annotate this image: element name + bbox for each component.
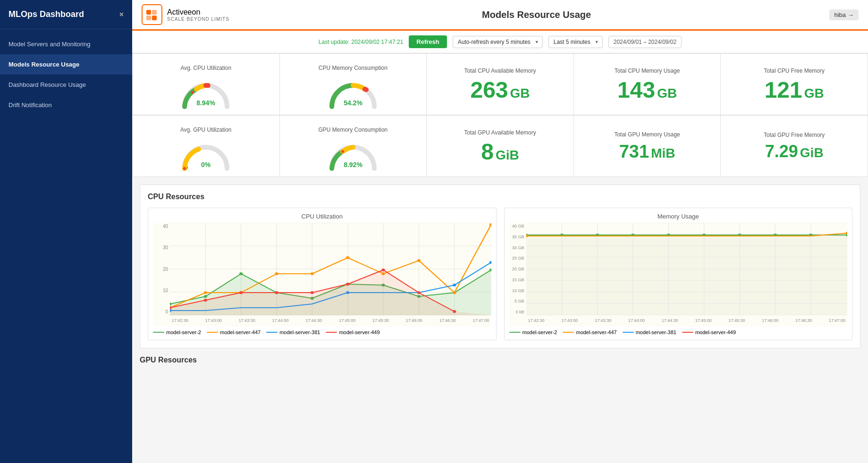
metric-total-cpu-avail-value: 263 GB: [470, 79, 530, 101]
metric-cpu-mem-label: CPU Memory Consumption: [319, 65, 388, 71]
gauge-avg-cpu: 8.94%: [180, 76, 232, 104]
metric-avg-cpu: Avg. CPU Utilization 8.94%: [133, 54, 280, 115]
metric-total-cpu-free-label: Total CPU Free Memory: [764, 67, 825, 74]
mem-x-axis: 17:42:3017:43:0017:43:3017:44:0017:44:30…: [526, 317, 848, 327]
refresh-button[interactable]: Refresh: [409, 35, 447, 48]
metrics-row-2: Avg. GPU Utilization 0% GPU Memory Consu…: [132, 115, 868, 177]
logo-area: Activeeon SCALE BEYOND LIMITS: [142, 4, 229, 25]
sidebar-item-model-servers[interactable]: Model Servers and Monitoring: [0, 34, 132, 54]
metric-total-gpu-usage-label: Total GPU Memory Usage: [614, 131, 680, 138]
svg-point-10: [341, 150, 344, 153]
legend-server-449: model-server-449: [326, 329, 379, 335]
gpu-section-title-preview: GPU Resources: [132, 356, 868, 369]
svg-text:54.2%: 54.2%: [344, 99, 362, 107]
svg-point-6: [363, 88, 366, 91]
metric-avg-cpu-label: Avg. CPU Utilization: [180, 65, 231, 71]
svg-point-55: [381, 269, 385, 271]
cpu-charts-row: CPU Utilization 403020100: [148, 208, 852, 340]
memory-legend: model-server-2 model-server-447 model-se…: [509, 329, 848, 335]
svg-point-38: [275, 272, 278, 275]
metric-total-cpu-usage-value: 143 GB: [617, 79, 677, 101]
memory-chart-title: Memory Usage: [509, 213, 848, 220]
cpu-y-axis: 403020100: [153, 223, 170, 315]
cpu-chart-plot: [170, 223, 491, 315]
svg-point-54: [346, 283, 349, 286]
sidebar-title-text: MLOps Dashboard: [8, 9, 84, 19]
metric-total-cpu-usage-label: Total CPU Memory Usage: [615, 67, 680, 74]
svg-point-36: [204, 291, 207, 294]
cpu-legend: model-server-2 model-server-447 model-se…: [153, 329, 491, 335]
metric-total-gpu-avail: Total GPU Available Memory 8 GiB: [427, 116, 574, 177]
svg-point-42: [417, 259, 421, 262]
svg-point-39: [311, 272, 314, 275]
svg-point-57: [453, 310, 456, 313]
page-title: Models Resource Usage: [244, 9, 830, 20]
last-update-time: 2024/09/02 17:47:21: [351, 39, 403, 45]
mem-legend-server-449: model-server-449: [682, 329, 736, 335]
gauge-gpu-mem: 8.92%: [327, 138, 379, 166]
logo-subtitle: SCALE BEYOND LIMITS: [167, 17, 229, 22]
metric-gpu-mem: GPU Memory Consumption 8.92%: [280, 116, 427, 177]
legend-server-381: model-server-381: [266, 329, 320, 335]
main-content: Activeeon SCALE BEYOND LIMITS Models Res…: [132, 0, 868, 463]
memory-usage-chart: Memory Usage 40 GB35 GB30 GB25 GB20 GB15…: [504, 208, 853, 340]
svg-rect-1: [152, 10, 157, 15]
mem-legend-server-447: model-server-447: [563, 329, 616, 335]
svg-point-51: [239, 291, 243, 294]
time-range-select[interactable]: Last 5 minutes: [548, 36, 603, 48]
svg-point-40: [346, 256, 349, 259]
svg-point-4: [191, 91, 194, 94]
auto-refresh-select[interactable]: Auto-refresh every 5 minutes: [453, 36, 543, 48]
legend-server-447: model-server-447: [207, 329, 261, 335]
metric-total-gpu-avail-value: 8 GiB: [481, 141, 519, 163]
user-name: hiba: [834, 11, 846, 18]
sidebar: MLOps Dashboard × Model Servers and Moni…: [0, 0, 132, 463]
cpu-section: CPU Resources CPU Utilization 403020100: [140, 185, 860, 348]
metric-total-gpu-usage: Total GPU Memory Usage 731 MiB: [574, 116, 721, 177]
logout-icon[interactable]: →: [848, 11, 854, 18]
memory-chart-plot: [526, 223, 848, 315]
metric-cpu-mem: CPU Memory Consumption 54.2%: [280, 54, 427, 115]
controls-bar: Last update: 2024/09/02 17:47:21 Refresh…: [132, 31, 868, 53]
svg-point-8: [183, 167, 186, 170]
logo-text: Activeeon SCALE BEYOND LIMITS: [167, 8, 229, 22]
sidebar-header: MLOps Dashboard ×: [0, 0, 132, 29]
logo-brand: Activeeon: [167, 8, 229, 17]
svg-rect-58: [526, 234, 848, 315]
svg-point-44: [489, 223, 491, 226]
cpu-chart-title: CPU Utilization: [153, 213, 491, 220]
svg-point-47: [453, 284, 456, 286]
sidebar-item-dashboard-resource[interactable]: Dashboard Resource Usage: [0, 75, 132, 95]
svg-point-53: [311, 291, 314, 294]
memory-chart-area: 40 GB35 GB30 GB25 GB20 GB15 GB10 GB5 GB0…: [509, 223, 848, 327]
legend-server-2: model-server-2: [153, 329, 201, 335]
metric-total-gpu-free-label: Total GPU Free Memory: [764, 132, 825, 138]
svg-rect-3: [152, 16, 157, 20]
metric-total-cpu-free-value: 121 GB: [765, 79, 824, 101]
sidebar-item-drift-notification[interactable]: Drift Notification: [0, 95, 132, 115]
metric-total-cpu-avail-label: Total CPU Available Memory: [464, 67, 536, 74]
header: Activeeon SCALE BEYOND LIMITS Models Res…: [132, 0, 868, 31]
svg-text:8.94%: 8.94%: [196, 99, 215, 107]
auto-refresh-wrapper: Auto-refresh every 5 minutes: [453, 36, 543, 48]
svg-rect-0: [146, 10, 151, 15]
metric-gpu-mem-label: GPU Memory Consumption: [319, 126, 388, 133]
sidebar-close-icon[interactable]: ×: [119, 10, 124, 19]
svg-text:0%: 0%: [201, 161, 211, 168]
date-range-display: 2024/09/01 – 2024/09/02: [608, 36, 682, 48]
last-update-label: Last update: 2024/09/02 17:47:21: [319, 39, 404, 45]
metric-total-cpu-free: Total CPU Free Memory 121 GB: [721, 54, 868, 115]
metric-total-cpu-usage: Total CPU Memory Usage 143 GB: [574, 54, 721, 115]
svg-text:8.92%: 8.92%: [344, 161, 362, 168]
gauge-avg-gpu: 0%: [180, 138, 232, 166]
svg-point-26: [204, 295, 207, 298]
user-badge: hiba →: [829, 9, 859, 20]
metric-avg-gpu: Avg. GPU Utilization 0%: [133, 116, 280, 177]
time-range-wrapper: Last 5 minutes: [548, 36, 603, 48]
metric-total-gpu-free-value: 7.29 GiB: [765, 143, 824, 160]
sidebar-item-models-resource[interactable]: Models Resource Usage: [0, 54, 132, 75]
mem-legend-server-381: model-server-381: [623, 329, 676, 335]
cpu-chart-area: 403020100: [153, 223, 491, 327]
metric-total-cpu-avail: Total CPU Available Memory 263 GB: [427, 54, 574, 115]
metric-total-gpu-free: Total GPU Free Memory 7.29 GiB: [721, 116, 868, 177]
